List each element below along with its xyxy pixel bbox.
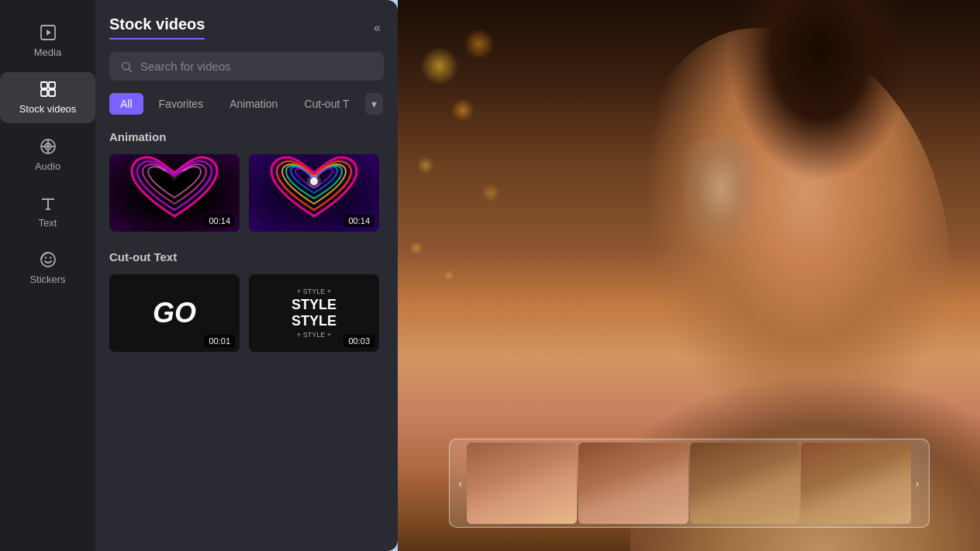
svg-point-8 [47, 145, 49, 147]
video-card-anim1[interactable]: 00:14 [109, 154, 240, 232]
section-title-cutout: Cut-out Text [109, 250, 384, 263]
style-text: STYLESTYLE [292, 297, 336, 329]
timeline-strip: ‹ › [449, 439, 930, 528]
svg-point-22 [307, 174, 321, 188]
style-small-text: + STYLE + [297, 288, 331, 295]
search-bar [109, 52, 384, 81]
animation-video-grid: 00:14 00:14 [109, 154, 384, 232]
filter-more-button[interactable]: ▾ [365, 93, 383, 115]
preview-bg: ‹ › [398, 0, 980, 551]
filter-tab-cutout[interactable]: Cut-out T [293, 93, 360, 115]
main-content: ‹ › [398, 0, 980, 551]
stock-videos-panel: Stock videos « All Favorites Animation C… [95, 0, 398, 551]
sidebar-item-audio[interactable]: Audio [0, 129, 95, 180]
video-duration: 00:03 [343, 335, 374, 347]
video-duration: 00:01 [204, 335, 235, 347]
hair-area [718, 0, 922, 248]
filter-tab-favorites[interactable]: Favorites [148, 93, 215, 115]
svg-rect-2 [41, 82, 47, 88]
svg-rect-3 [49, 82, 55, 88]
audio-icon [39, 137, 57, 156]
app-container: Media Stock videos Audio [0, 0, 980, 551]
go-text: GO [153, 297, 196, 329]
timeline-thumb-1[interactable] [467, 443, 577, 524]
timeline-right-arrow[interactable]: › [913, 477, 923, 490]
sidebar-item-label: Stickers [29, 274, 65, 285]
search-input[interactable] [140, 60, 373, 73]
stickers-icon [39, 250, 57, 269]
timeline-thumb-4[interactable] [801, 443, 911, 524]
svg-rect-5 [49, 90, 55, 96]
sidebar-item-label: Media [34, 46, 61, 58]
collapse-button[interactable]: « [371, 18, 384, 38]
video-card-cut2[interactable]: + STYLE + STYLESTYLE + STYLE + 00:03 [249, 274, 379, 352]
video-duration: 00:14 [204, 215, 235, 227]
sidebar-item-media[interactable]: Media [0, 15, 95, 66]
video-card-cut1[interactable]: GO 00:01 [109, 274, 240, 352]
media-icon [39, 23, 57, 42]
filter-tab-all[interactable]: All [109, 93, 143, 115]
svg-rect-4 [41, 90, 47, 96]
preview-area: ‹ › [398, 0, 980, 551]
panel-title: Stock videos [109, 15, 205, 40]
sidebar-item-label: Stock videos [19, 103, 77, 115]
video-card-anim2[interactable]: 00:14 [249, 154, 379, 232]
timeline-thumb-2[interactable] [578, 443, 688, 524]
filter-tab-animation[interactable]: Animation [219, 93, 288, 115]
svg-point-17 [44, 257, 46, 258]
search-icon [120, 60, 133, 73]
style-small-text-2: + STYLE + [297, 331, 331, 339]
cutout-video-grid: GO 00:01 + STYLE + STYLESTYLE + STYLE + … [109, 274, 384, 352]
sidebar-item-text[interactable]: Text [0, 186, 95, 236]
stock-videos-icon [39, 80, 57, 98]
text-icon [39, 194, 57, 212]
sidebar-item-stock-videos[interactable]: Stock videos [0, 72, 95, 123]
video-duration: 00:14 [343, 215, 374, 227]
sidebar-item-label: Audio [35, 160, 60, 172]
sidebar-item-label: Text [39, 217, 57, 229]
svg-marker-1 [47, 29, 51, 36]
section-title-animation: Animation [109, 130, 384, 143]
svg-point-19 [122, 62, 129, 69]
filter-tabs: All Favorites Animation Cut-out T ▾ [109, 93, 384, 115]
svg-point-18 [49, 257, 50, 258]
sidebar-item-stickers[interactable]: Stickers [0, 243, 95, 293]
timeline-thumb-3[interactable] [690, 443, 800, 524]
timeline-left-arrow[interactable]: ‹ [456, 477, 466, 490]
panel-header: Stock videos « [109, 15, 384, 40]
sidebar: Media Stock videos Audio [0, 0, 95, 551]
svg-line-20 [129, 69, 132, 72]
